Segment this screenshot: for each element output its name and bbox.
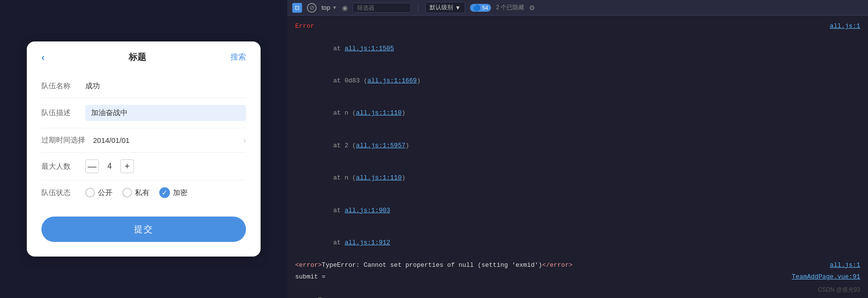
level-arrow: ▼ [455, 4, 461, 11]
team-name-value: 成功 [85, 81, 100, 91]
stack-at-2: at 0d83 ( [318, 77, 367, 84]
stack-at-5: at n ( [318, 174, 356, 181]
settings-icon[interactable]: ⚙ [529, 4, 535, 12]
expire-value: 2014/01/01 [93, 136, 130, 144]
stack-line-5: at n (all.js:1:110) [287, 162, 868, 194]
error-source-link[interactable]: all.js:1 [830, 21, 860, 32]
submit-content: submit = [295, 272, 782, 282]
private-label: 私有 [135, 188, 150, 198]
top-dropdown-arrow: ▼ [332, 5, 337, 10]
team-desc-label: 队伍描述 [41, 108, 85, 118]
level-select[interactable]: 默认级别 ▼ [425, 2, 465, 13]
encrypt-label: 加密 [173, 188, 188, 198]
submit-label: submit = [295, 273, 325, 280]
stack-link-2[interactable]: all.js:1:1669 [367, 77, 416, 84]
private-radio-circle [122, 188, 132, 198]
expire-label: 过期时间选择 [41, 136, 85, 145]
top-selector[interactable]: top ▼ [321, 4, 337, 11]
inspect-icon[interactable]: ⊡ [292, 3, 302, 13]
devtools-toolbar: ⊡ ⊘ top ▼ ◉ 默认级别 ▼ 🔵 54 2 个已隐藏 ⚙ [287, 0, 868, 16]
status-row: 队伍状态 公开 私有 ✓ 加密 [41, 180, 246, 205]
error-text: Error [295, 21, 820, 32]
max-num-label: 最大人数 [41, 162, 85, 171]
stack-line-3: at n (all.js:1:110) [287, 98, 868, 130]
submit-line: submit = TeamAddPage.vue:91 [287, 271, 868, 283]
stack-at-3: at n ( [318, 109, 356, 117]
stack-line-7: at all.js:1:912 [287, 227, 868, 259]
filter-input[interactable] [353, 3, 411, 13]
error-count-badge[interactable]: 🔵 54 [470, 4, 491, 12]
private-radio[interactable]: 私有 [122, 188, 150, 198]
eye-icon[interactable]: ◉ [342, 4, 348, 12]
level-label: 默认级别 [430, 3, 453, 12]
back-button[interactable]: ‹ [41, 52, 45, 63]
encrypt-checkbox: ✓ [159, 187, 170, 198]
watermark: CSDN @摇光93 [818, 286, 860, 294]
radio-group: 公开 私有 ✓ 加密 [85, 187, 188, 198]
search-button[interactable]: 搜索 [230, 52, 246, 62]
stack-link-5[interactable]: all.js:1:110 [356, 174, 402, 181]
stack-link-1[interactable]: all.js:1:1505 [344, 45, 394, 52]
stack-link-3[interactable]: all.js:1:110 [356, 109, 402, 117]
stack-line-6: at all.js:1:903 [287, 195, 868, 227]
stack-suffix-3: ) [401, 109, 405, 117]
object-preview-line: ▼ {name: '成功', description: '加油奋战中', exp… [287, 283, 868, 298]
stack-line-1: at all.js:1:1505 [287, 33, 868, 65]
card-header: ‹ 标题 搜索 [41, 51, 246, 63]
right-panel: ⊡ ⊘ top ▼ ◉ 默认级别 ▼ 🔵 54 2 个已隐藏 ⚙ Error a… [287, 0, 868, 298]
plus-button[interactable]: + [120, 159, 134, 173]
team-name-row: 队伍名称 成功 [41, 75, 246, 98]
num-controls: — 4 + [85, 159, 134, 173]
stack-suffix-5: ) [401, 174, 405, 181]
error-tag-line: <error>TypeError: Cannot set properties … [287, 259, 868, 272]
error-label: Error [295, 22, 314, 30]
error-tag: <error> [295, 261, 322, 269]
error-icon: 🔵 [473, 4, 480, 11]
stack-suffix-2: ) [417, 77, 421, 84]
card-title: 标题 [129, 51, 146, 63]
error-close-tag: </error> [542, 261, 572, 269]
error-message: TypeError: Cannot set properties of null… [322, 261, 542, 269]
stack-at-7: at [318, 239, 345, 246]
stack-line-2: at 0d83 (all.js:1:1669) [287, 65, 868, 97]
console-content: Error all.js:1 at all.js:1:1505 at 0d83 … [287, 16, 868, 298]
num-value: 4 [105, 162, 114, 171]
stack-link-7[interactable]: all.js:1:912 [344, 239, 390, 246]
team-name-label: 队伍名称 [41, 81, 85, 91]
team-desc-row: 队伍描述 [41, 98, 246, 128]
block-icon[interactable]: ⊘ [307, 3, 317, 13]
stack-link-6[interactable]: all.js:1:903 [344, 207, 390, 214]
expire-left: 过期时间选择 2014/01/01 [41, 136, 130, 145]
public-label: 公开 [98, 188, 113, 198]
expand-arrow[interactable]: ▼ [318, 296, 322, 298]
error-line: Error all.js:1 [287, 20, 868, 33]
stack-at-1: at [318, 45, 345, 52]
encrypt-radio[interactable]: ✓ 加密 [159, 187, 188, 198]
stack-line-4: at 2 (all.js:1:5957) [287, 130, 868, 162]
stack-link-4[interactable]: all.js:1:5957 [356, 142, 405, 149]
stack-suffix-4: ) [405, 142, 409, 149]
hidden-count: 2 个已隐藏 [496, 3, 524, 12]
error-tag-source[interactable]: all.js:1 [830, 260, 860, 271]
badge-number: 54 [482, 5, 488, 11]
stack-at-6: at [318, 207, 345, 214]
team-desc-input[interactable] [85, 105, 246, 121]
error-tag-content: <error>TypeError: Cannot set properties … [295, 260, 820, 271]
status-label: 队伍状态 [41, 188, 85, 198]
submit-source[interactable]: TeamAddPage.vue:91 [792, 272, 860, 282]
stack-at-4: at 2 ( [318, 142, 356, 149]
mobile-card: ‹ 标题 搜索 队伍名称 成功 队伍描述 过期时间选择 2014/01/01 ›… [27, 41, 261, 257]
public-radio-circle [85, 188, 95, 198]
minus-button[interactable]: — [85, 159, 99, 173]
max-num-row: 最大人数 — 4 + [41, 153, 246, 180]
expire-row[interactable]: 过期时间选择 2014/01/01 › [41, 128, 246, 153]
submit-button[interactable]: 提交 [41, 217, 246, 242]
top-label: top [321, 4, 330, 11]
left-panel: ‹ 标题 搜索 队伍名称 成功 队伍描述 过期时间选择 2014/01/01 ›… [0, 0, 287, 298]
divider [418, 3, 418, 13]
chevron-right-icon: › [243, 135, 246, 145]
public-radio[interactable]: 公开 [85, 188, 113, 198]
